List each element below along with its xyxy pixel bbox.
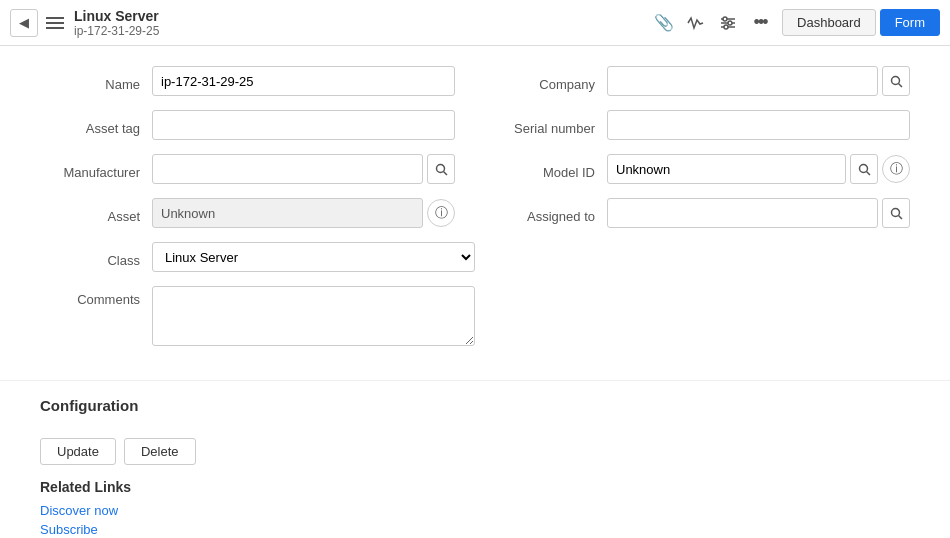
form-col-assignedto: Assigned to <box>455 198 910 228</box>
svg-line-13 <box>898 215 902 219</box>
related-links: Related Links Discover now Subscribe Sho… <box>0 479 950 538</box>
header-title: Linux Server ip-172-31-29-25 <box>74 8 652 38</box>
dashboard-button[interactable]: Dashboard <box>782 9 876 36</box>
header: ◀ Linux Server ip-172-31-29-25 📎 ••• Das… <box>0 0 950 46</box>
manufacturer-input-wrap <box>152 154 455 184</box>
model-id-input[interactable] <box>607 154 846 184</box>
manufacturer-input[interactable] <box>152 154 423 184</box>
configuration-section: Configuration <box>0 380 950 438</box>
form-row-name-company: Name Company <box>40 66 910 96</box>
comments-textarea[interactable] <box>152 286 475 346</box>
svg-line-9 <box>443 171 447 175</box>
svg-point-5 <box>724 25 728 29</box>
assigned-to-input[interactable] <box>607 198 878 228</box>
name-label: Name <box>40 71 140 92</box>
svg-line-7 <box>898 83 902 87</box>
svg-point-4 <box>728 21 732 25</box>
action-buttons: Update Delete <box>0 438 950 479</box>
svg-point-8 <box>436 164 444 172</box>
asset-input[interactable] <box>152 198 423 228</box>
form-row-manufacturer-model: Manufacturer Model ID <box>40 154 910 184</box>
form-col-company: Company <box>455 66 910 96</box>
asset-tag-input[interactable] <box>152 110 455 140</box>
form-row-asset-assignedto: Asset ⓘ Assigned to <box>40 198 910 228</box>
asset-label: Asset <box>40 203 140 224</box>
form-row-class: Class Linux Server <box>40 242 910 272</box>
menu-button[interactable] <box>46 17 64 29</box>
more-options-icon[interactable]: ••• <box>748 11 772 35</box>
sliders-icon[interactable] <box>716 11 740 35</box>
manufacturer-search-button[interactable] <box>427 154 455 184</box>
device-ip: ip-172-31-29-25 <box>74 24 652 38</box>
class-label: Class <box>40 247 140 268</box>
back-icon: ◀ <box>19 15 29 30</box>
model-id-info-button[interactable]: ⓘ <box>882 155 910 183</box>
serial-number-input[interactable] <box>607 110 910 140</box>
comments-input-wrap <box>152 286 475 346</box>
form-col-assettag: Asset tag <box>40 110 455 140</box>
form-col-model: Model ID ⓘ <box>455 154 910 184</box>
configuration-title: Configuration <box>40 397 910 414</box>
back-button[interactable]: ◀ <box>10 9 38 37</box>
svg-point-12 <box>891 208 899 216</box>
assigned-to-label: Assigned to <box>495 203 595 224</box>
paperclip-icon[interactable]: 📎 <box>652 11 676 35</box>
class-input-wrap: Linux Server <box>152 242 475 272</box>
form-col-asset: Asset ⓘ <box>40 198 455 228</box>
form-row-comments: Comments <box>40 286 910 346</box>
svg-line-11 <box>866 171 870 175</box>
form-col-name: Name <box>40 66 455 96</box>
serial-number-input-wrap <box>607 110 910 140</box>
asset-input-wrap: ⓘ <box>152 198 455 228</box>
serial-number-label: Serial number <box>495 115 595 136</box>
company-label: Company <box>495 71 595 92</box>
svg-point-3 <box>723 17 727 21</box>
class-select[interactable]: Linux Server <box>152 242 475 272</box>
device-name: Linux Server <box>74 8 652 24</box>
company-input[interactable] <box>607 66 878 96</box>
activity-icon[interactable] <box>684 11 708 35</box>
form-area: Name Company Asset tag <box>0 46 950 380</box>
delete-button[interactable]: Delete <box>124 438 196 465</box>
model-id-search-button[interactable] <box>850 154 878 184</box>
svg-point-6 <box>891 76 899 84</box>
asset-tag-input-wrap <box>152 110 455 140</box>
subscribe-link[interactable]: Subscribe <box>40 522 910 537</box>
name-input[interactable] <box>152 66 455 96</box>
model-id-input-wrap: ⓘ <box>607 154 910 184</box>
asset-tag-label: Asset tag <box>40 115 140 136</box>
update-button[interactable]: Update <box>40 438 116 465</box>
discover-now-link[interactable]: Discover now <box>40 503 910 518</box>
comments-label: Comments <box>40 286 140 307</box>
asset-info-button[interactable]: ⓘ <box>427 199 455 227</box>
company-search-button[interactable] <box>882 66 910 96</box>
header-icons: 📎 ••• <box>652 11 772 35</box>
form-col-serial: Serial number <box>455 110 910 140</box>
assigned-to-search-button[interactable] <box>882 198 910 228</box>
related-links-title: Related Links <box>40 479 910 495</box>
name-input-wrap <box>152 66 455 96</box>
svg-point-10 <box>859 164 867 172</box>
form-col-class: Class Linux Server <box>40 242 475 272</box>
company-input-wrap <box>607 66 910 96</box>
form-row-assettag-serial: Asset tag Serial number <box>40 110 910 140</box>
model-id-label: Model ID <box>495 159 595 180</box>
form-button[interactable]: Form <box>880 9 940 36</box>
assigned-to-input-wrap <box>607 198 910 228</box>
form-col-manufacturer: Manufacturer <box>40 154 455 184</box>
manufacturer-label: Manufacturer <box>40 159 140 180</box>
